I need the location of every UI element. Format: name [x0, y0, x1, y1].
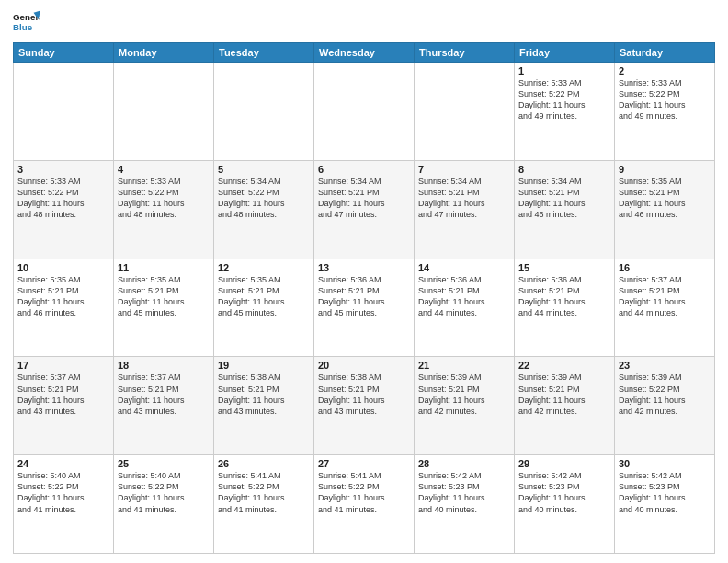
day-number: 10 [17, 262, 109, 273]
calendar-cell: 26Sunrise: 5:41 AM Sunset: 5:22 PM Dayli… [214, 455, 314, 554]
calendar-cell: 3Sunrise: 5:33 AM Sunset: 5:22 PM Daylig… [14, 160, 114, 259]
weekday-header-sunday: Sunday [14, 43, 114, 63]
week-row-4: 17Sunrise: 5:37 AM Sunset: 5:21 PM Dayli… [14, 357, 715, 455]
day-number: 15 [518, 262, 610, 273]
calendar-cell: 24Sunrise: 5:40 AM Sunset: 5:22 PM Dayli… [14, 455, 114, 554]
day-number: 8 [518, 164, 610, 175]
weekday-header-saturday: Saturday [615, 43, 715, 63]
calendar-cell: 8Sunrise: 5:34 AM Sunset: 5:21 PM Daylig… [515, 160, 615, 259]
day-number: 2 [619, 65, 711, 76]
day-info: Sunrise: 5:36 AM Sunset: 5:21 PM Dayligh… [318, 274, 410, 319]
calendar-cell: 6Sunrise: 5:34 AM Sunset: 5:21 PM Daylig… [314, 160, 415, 259]
weekday-header-row: SundayMondayTuesdayWednesdayThursdayFrid… [14, 43, 715, 63]
day-number: 19 [218, 360, 310, 371]
weekday-header-thursday: Thursday [415, 43, 515, 63]
day-number: 4 [118, 164, 210, 175]
calendar-cell: 14Sunrise: 5:36 AM Sunset: 5:21 PM Dayli… [415, 259, 515, 357]
day-info: Sunrise: 5:35 AM Sunset: 5:21 PM Dayligh… [17, 274, 109, 319]
day-number: 1 [518, 65, 610, 76]
day-info: Sunrise: 5:33 AM Sunset: 5:22 PM Dayligh… [118, 176, 210, 221]
calendar-cell [14, 63, 114, 161]
calendar-cell: 27Sunrise: 5:41 AM Sunset: 5:22 PM Dayli… [314, 455, 415, 554]
logo: GeneralBlue [13, 9, 40, 37]
weekday-header-wednesday: Wednesday [314, 43, 415, 63]
header: GeneralBlue [13, 9, 715, 37]
calendar-cell: 20Sunrise: 5:38 AM Sunset: 5:21 PM Dayli… [314, 357, 415, 455]
calendar-cell: 29Sunrise: 5:42 AM Sunset: 5:23 PM Dayli… [515, 455, 615, 554]
calendar-cell [314, 63, 415, 161]
calendar-cell: 21Sunrise: 5:39 AM Sunset: 5:21 PM Dayli… [415, 357, 515, 455]
day-number: 17 [17, 360, 109, 371]
day-info: Sunrise: 5:36 AM Sunset: 5:21 PM Dayligh… [518, 274, 610, 319]
calendar-cell: 17Sunrise: 5:37 AM Sunset: 5:21 PM Dayli… [14, 357, 114, 455]
page: GeneralBlue SundayMondayTuesdayWednesday… [0, 0, 728, 563]
calendar-cell: 15Sunrise: 5:36 AM Sunset: 5:21 PM Dayli… [515, 259, 615, 357]
day-info: Sunrise: 5:38 AM Sunset: 5:21 PM Dayligh… [218, 372, 310, 417]
weekday-header-monday: Monday [114, 43, 214, 63]
week-row-3: 10Sunrise: 5:35 AM Sunset: 5:21 PM Dayli… [14, 259, 715, 357]
day-number: 3 [17, 164, 109, 175]
day-number: 29 [518, 458, 610, 469]
calendar-cell: 1Sunrise: 5:33 AM Sunset: 5:22 PM Daylig… [515, 63, 615, 161]
calendar-cell [114, 63, 214, 161]
day-number: 13 [318, 262, 410, 273]
calendar-cell: 4Sunrise: 5:33 AM Sunset: 5:22 PM Daylig… [114, 160, 214, 259]
calendar-cell: 2Sunrise: 5:33 AM Sunset: 5:22 PM Daylig… [615, 63, 715, 161]
day-number: 9 [619, 164, 711, 175]
day-number: 5 [218, 164, 310, 175]
calendar-cell: 18Sunrise: 5:37 AM Sunset: 5:21 PM Dayli… [114, 357, 214, 455]
day-info: Sunrise: 5:37 AM Sunset: 5:21 PM Dayligh… [118, 372, 210, 417]
day-number: 22 [518, 360, 610, 371]
day-info: Sunrise: 5:36 AM Sunset: 5:21 PM Dayligh… [418, 274, 510, 319]
calendar-cell: 19Sunrise: 5:38 AM Sunset: 5:21 PM Dayli… [214, 357, 314, 455]
calendar-cell: 13Sunrise: 5:36 AM Sunset: 5:21 PM Dayli… [314, 259, 415, 357]
day-info: Sunrise: 5:35 AM Sunset: 5:21 PM Dayligh… [118, 274, 210, 319]
day-number: 12 [218, 262, 310, 273]
calendar-cell: 10Sunrise: 5:35 AM Sunset: 5:21 PM Dayli… [14, 259, 114, 357]
day-info: Sunrise: 5:34 AM Sunset: 5:21 PM Dayligh… [518, 176, 610, 221]
day-info: Sunrise: 5:37 AM Sunset: 5:21 PM Dayligh… [619, 274, 711, 319]
day-info: Sunrise: 5:41 AM Sunset: 5:22 PM Dayligh… [218, 470, 310, 515]
week-row-2: 3Sunrise: 5:33 AM Sunset: 5:22 PM Daylig… [14, 160, 715, 259]
day-info: Sunrise: 5:42 AM Sunset: 5:23 PM Dayligh… [418, 470, 510, 515]
day-number: 26 [218, 458, 310, 469]
day-info: Sunrise: 5:33 AM Sunset: 5:22 PM Dayligh… [518, 77, 610, 122]
day-info: Sunrise: 5:39 AM Sunset: 5:21 PM Dayligh… [418, 372, 510, 417]
weekday-header-friday: Friday [515, 43, 615, 63]
day-number: 21 [418, 360, 510, 371]
day-info: Sunrise: 5:35 AM Sunset: 5:21 PM Dayligh… [619, 176, 711, 221]
day-info: Sunrise: 5:42 AM Sunset: 5:23 PM Dayligh… [619, 470, 711, 515]
week-row-5: 24Sunrise: 5:40 AM Sunset: 5:22 PM Dayli… [14, 455, 715, 554]
day-info: Sunrise: 5:33 AM Sunset: 5:22 PM Dayligh… [17, 176, 109, 221]
calendar-cell: 5Sunrise: 5:34 AM Sunset: 5:22 PM Daylig… [214, 160, 314, 259]
calendar-cell: 30Sunrise: 5:42 AM Sunset: 5:23 PM Dayli… [615, 455, 715, 554]
day-info: Sunrise: 5:39 AM Sunset: 5:22 PM Dayligh… [619, 372, 711, 417]
day-number: 7 [418, 164, 510, 175]
day-info: Sunrise: 5:42 AM Sunset: 5:23 PM Dayligh… [518, 470, 610, 515]
day-info: Sunrise: 5:39 AM Sunset: 5:21 PM Dayligh… [518, 372, 610, 417]
day-number: 23 [619, 360, 711, 371]
day-number: 30 [619, 458, 711, 469]
calendar-cell [214, 63, 314, 161]
day-info: Sunrise: 5:34 AM Sunset: 5:21 PM Dayligh… [318, 176, 410, 221]
weekday-header-tuesday: Tuesday [214, 43, 314, 63]
calendar-cell: 16Sunrise: 5:37 AM Sunset: 5:21 PM Dayli… [615, 259, 715, 357]
calendar-cell: 23Sunrise: 5:39 AM Sunset: 5:22 PM Dayli… [615, 357, 715, 455]
calendar-cell: 9Sunrise: 5:35 AM Sunset: 5:21 PM Daylig… [615, 160, 715, 259]
day-number: 24 [17, 458, 109, 469]
day-info: Sunrise: 5:38 AM Sunset: 5:21 PM Dayligh… [318, 372, 410, 417]
day-info: Sunrise: 5:35 AM Sunset: 5:21 PM Dayligh… [218, 274, 310, 319]
day-info: Sunrise: 5:40 AM Sunset: 5:22 PM Dayligh… [118, 470, 210, 515]
day-info: Sunrise: 5:37 AM Sunset: 5:21 PM Dayligh… [17, 372, 109, 417]
day-number: 14 [418, 262, 510, 273]
calendar-cell: 11Sunrise: 5:35 AM Sunset: 5:21 PM Dayli… [114, 259, 214, 357]
calendar-cell: 22Sunrise: 5:39 AM Sunset: 5:21 PM Dayli… [515, 357, 615, 455]
day-number: 20 [318, 360, 410, 371]
day-number: 28 [418, 458, 510, 469]
day-number: 25 [118, 458, 210, 469]
logo-icon: GeneralBlue [13, 9, 40, 37]
day-info: Sunrise: 5:34 AM Sunset: 5:21 PM Dayligh… [418, 176, 510, 221]
calendar-cell: 28Sunrise: 5:42 AM Sunset: 5:23 PM Dayli… [415, 455, 515, 554]
day-info: Sunrise: 5:41 AM Sunset: 5:22 PM Dayligh… [318, 470, 410, 515]
calendar-cell: 7Sunrise: 5:34 AM Sunset: 5:21 PM Daylig… [415, 160, 515, 259]
